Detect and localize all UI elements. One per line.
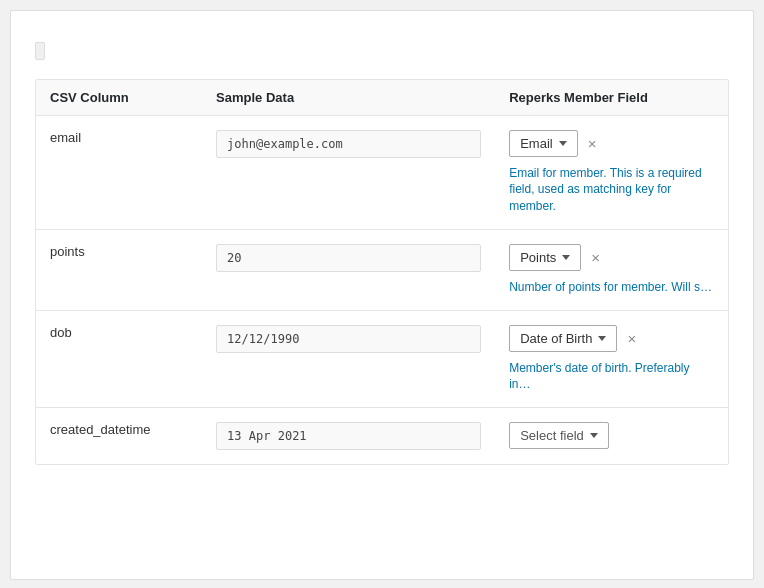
sample-data-value: 12/12/1990 [216,325,481,353]
field-selector-row: Points × [509,244,604,271]
field-selector: Date of Birth ×Member's date of birth. P… [509,325,714,394]
field-selector: Email ×Email for member. This is a requi… [509,130,714,215]
field-description: Member's date of birth. Preferably in… [509,360,714,394]
csv-column-cell: created_datetime [36,408,202,465]
field-selector: Select field [509,422,714,449]
dropdown-arrow-icon [598,336,606,341]
dropdown-arrow-icon [590,433,598,438]
field-dropdown-button[interactable]: Points [509,244,581,271]
col-header-csv: CSV Column [36,80,202,116]
col-header-reperks: Reperks Member Field [495,80,728,116]
field-dropdown-button[interactable]: Email [509,130,578,157]
sample-data-cell: 20 [202,229,495,310]
dropdown-arrow-icon [559,141,567,146]
reperks-field-cell: Points ×Number of points for member. Wil… [495,229,728,310]
clear-field-button[interactable]: × [587,248,604,267]
field-selector: Points ×Number of points for member. Wil… [509,244,714,296]
table-row: dob12/12/1990Date of Birth ×Member's dat… [36,310,728,408]
reperks-field-cell: Date of Birth ×Member's date of birth. P… [495,310,728,408]
sample-data-cell: 12/12/1990 [202,310,495,408]
clear-field-button[interactable]: × [584,134,601,153]
csv-column-cell: points [36,229,202,310]
table-header-row: CSV Column Sample Data Reperks Member Fi… [36,80,728,116]
table-row: created_datetime13 Apr 2021Select field [36,408,728,465]
page-wrapper: CSV Column Sample Data Reperks Member Fi… [10,10,754,580]
table-row: points20Points ×Number of points for mem… [36,229,728,310]
field-description: Email for member. This is a required fie… [509,165,714,215]
reperks-field-cell: Email ×Email for member. This is a requi… [495,115,728,229]
field-selector-row: Date of Birth × [509,325,640,352]
dropdown-arrow-icon [562,255,570,260]
field-description: Number of points for member. Will s… [509,279,712,296]
select-field-button[interactable]: Select field [509,422,609,449]
sample-data-value: 13 Apr 2021 [216,422,481,450]
csv-column-cell: email [36,115,202,229]
email-code [35,42,45,60]
col-header-sample: Sample Data [202,80,495,116]
csv-column-name: created_datetime [50,418,150,437]
field-dropdown-button[interactable]: Date of Birth [509,325,617,352]
sample-data-cell: 13 Apr 2021 [202,408,495,465]
sample-data-value: 20 [216,244,481,272]
sample-data-cell: john@example.com [202,115,495,229]
csv-column-name: email [50,126,81,145]
field-mappings-table: CSV Column Sample Data Reperks Member Fi… [35,79,729,466]
csv-column-name: dob [50,321,72,340]
field-selector-row: Email × [509,130,600,157]
info-line-2 [35,41,729,61]
csv-column-name: points [50,240,85,259]
table-row: emailjohn@example.comEmail ×Email for me… [36,115,728,229]
reperks-field-cell: Select field [495,408,728,465]
clear-field-button[interactable]: × [623,329,640,348]
sample-data-value: john@example.com [216,130,481,158]
csv-column-cell: dob [36,310,202,408]
